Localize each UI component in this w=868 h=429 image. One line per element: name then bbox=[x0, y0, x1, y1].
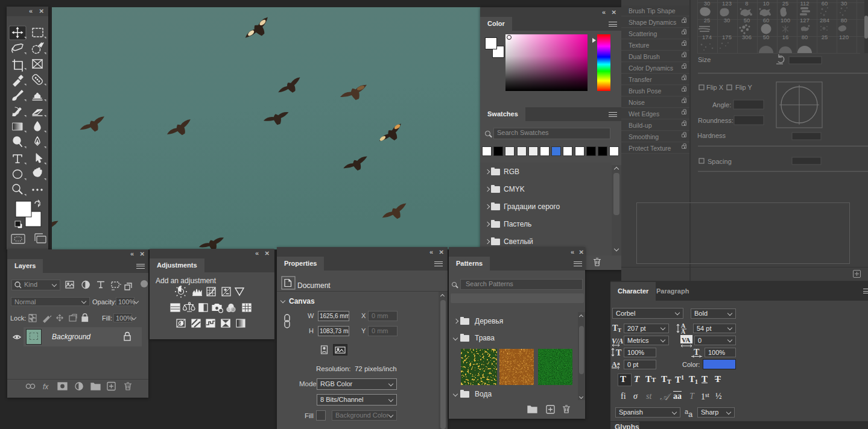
svg-text:60: 60 bbox=[763, 17, 770, 23]
svg-text:a: a bbox=[617, 360, 620, 366]
svg-text:Size: Size bbox=[698, 56, 711, 63]
svg-text:fx: fx bbox=[43, 383, 49, 391]
svg-text:112: 112 bbox=[800, 0, 809, 7]
svg-text:VA: VA bbox=[682, 336, 691, 343]
svg-text:120: 120 bbox=[839, 34, 849, 40]
svg-text:50: 50 bbox=[763, 34, 770, 40]
svg-text:100: 100 bbox=[781, 17, 790, 23]
svg-text:174: 174 bbox=[702, 34, 712, 40]
svg-text:25: 25 bbox=[782, 0, 789, 7]
svg-text:25: 25 bbox=[822, 34, 828, 40]
svg-text:Hardness: Hardness bbox=[697, 132, 726, 139]
svg-text:T: T bbox=[618, 327, 621, 333]
svg-text:10: 10 bbox=[763, 0, 770, 7]
svg-text:Roundness:: Roundness: bbox=[698, 117, 733, 124]
svg-text:60: 60 bbox=[822, 0, 828, 7]
svg-text:30: 30 bbox=[724, 17, 730, 23]
svg-text:Angle:: Angle: bbox=[712, 101, 731, 108]
svg-text:T: T bbox=[616, 348, 622, 357]
svg-text:50: 50 bbox=[744, 17, 750, 23]
svg-text:123: 123 bbox=[722, 0, 732, 7]
svg-text:Spacing: Spacing bbox=[708, 158, 732, 165]
svg-text:25: 25 bbox=[704, 17, 711, 23]
svg-text:A: A bbox=[612, 360, 617, 369]
svg-text:306: 306 bbox=[742, 34, 752, 40]
svg-text:30: 30 bbox=[704, 0, 711, 7]
svg-text:Flip X: Flip X bbox=[706, 84, 724, 91]
svg-text:30: 30 bbox=[841, 0, 847, 7]
svg-text:A: A bbox=[681, 328, 686, 335]
svg-text:80: 80 bbox=[802, 34, 808, 40]
svg-text:T: T bbox=[694, 348, 700, 357]
svg-text:175: 175 bbox=[722, 34, 732, 40]
svg-text:127: 127 bbox=[800, 17, 809, 23]
svg-text:16: 16 bbox=[782, 34, 789, 40]
svg-text:80: 80 bbox=[841, 17, 847, 23]
svg-text:284: 284 bbox=[820, 17, 829, 23]
svg-text:Flip Y: Flip Y bbox=[735, 84, 753, 91]
svg-text:8: 8 bbox=[745, 0, 748, 7]
